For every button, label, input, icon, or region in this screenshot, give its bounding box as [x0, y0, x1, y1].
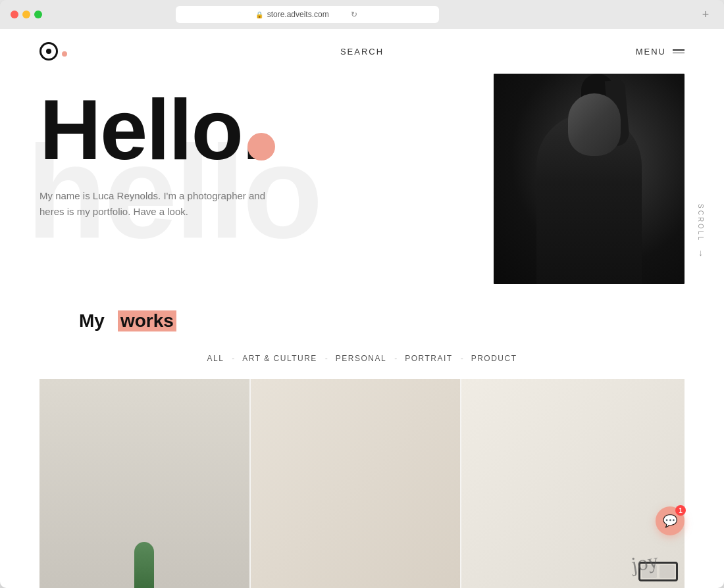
filter-sep-3: -	[392, 354, 400, 363]
new-tab-button[interactable]: +	[698, 7, 713, 22]
works-section: My works ALL - ART & CULTURE - PERSONAL …	[39, 284, 685, 379]
filter-sep-1: -	[229, 354, 237, 363]
refresh-button[interactable]: ↻	[349, 9, 359, 20]
hero-portrait-image	[494, 74, 685, 284]
address-bar[interactable]: 🔒 store.adveits.com ↻	[176, 6, 439, 23]
plant-icon	[134, 542, 154, 588]
chat-icon: 💬	[663, 514, 677, 528]
hero-description: My name is Luca Reynolds. I'm a photogra…	[39, 188, 290, 220]
hero-left: hello Hello . My name is Luca Reynolds. …	[39, 87, 494, 220]
panel-1-inner	[39, 379, 249, 588]
chat-badge: 1	[675, 505, 686, 516]
logo[interactable]	[39, 42, 67, 61]
filter-sep-2: -	[323, 354, 330, 363]
logo-circle	[39, 42, 58, 61]
filter-all[interactable]: ALL	[201, 351, 229, 366]
close-button[interactable]	[11, 11, 18, 18]
portfolio-panel-1[interactable]	[39, 379, 249, 588]
search-nav-item[interactable]: SEARCH	[340, 47, 384, 57]
works-title: My works	[79, 310, 645, 331]
maximize-button[interactable]	[34, 11, 42, 18]
filter-sep-4: -	[458, 354, 466, 363]
filter-personal[interactable]: PERSONAL	[330, 351, 392, 366]
minimize-button[interactable]	[22, 11, 30, 18]
menu-nav-item[interactable]: MENU	[636, 47, 685, 57]
url-text: store.adveits.com	[267, 10, 329, 19]
menu-line-2	[673, 53, 685, 54]
scroll-arrow-icon: ↓	[698, 247, 703, 258]
hero-section: hello Hello . My name is Luca Reynolds. …	[0, 74, 724, 588]
filter-product[interactable]: PRODUCT	[466, 351, 523, 366]
works-title-space	[109, 310, 114, 331]
portfolio-strip: joy	[39, 379, 685, 588]
filter-portrait[interactable]: PORTRAIT	[400, 351, 457, 366]
title-period: .	[242, 87, 265, 172]
portfolio-panel-3[interactable]: joy	[461, 379, 685, 588]
browser-window: 🔒 store.adveits.com ↻ + SEARCH MENU	[0, 0, 724, 588]
browser-toolbar: 🔒 store.adveits.com ↻ +	[0, 0, 724, 29]
lock-icon: 🔒	[255, 11, 263, 18]
logo-inner-dot	[46, 49, 51, 54]
portrait-figure	[494, 74, 685, 284]
hero-main: hello Hello . My name is Luca Reynolds. …	[39, 87, 685, 284]
browser-dots	[11, 11, 42, 18]
hero-title: Hello .	[39, 87, 494, 172]
menu-line-1	[673, 49, 685, 51]
hello-word: Hello	[39, 87, 242, 172]
portfolio-panel-2[interactable]	[251, 379, 461, 588]
filter-tabs: ALL - ART & CULTURE - PERSONAL - PORTRAI…	[79, 345, 645, 379]
hamburger-icon	[673, 49, 685, 53]
logo-accent-dot	[62, 51, 67, 57]
portrait-head	[568, 93, 621, 156]
works-title-part1: My	[79, 310, 105, 331]
site-nav: SEARCH MENU	[0, 29, 724, 74]
menu-label: MENU	[636, 47, 666, 57]
joy-text: joy	[629, 549, 660, 577]
site-content: SEARCH MENU hello Hello	[0, 29, 724, 588]
scroll-label: SCROLL	[697, 204, 704, 242]
floating-accent-circle	[247, 133, 275, 160]
chat-bubble[interactable]: 💬 1	[656, 506, 685, 535]
scroll-indicator: SCROLL ↓	[697, 204, 704, 258]
works-title-highlight: works	[118, 310, 176, 331]
glasses-lens-right	[659, 565, 675, 578]
filter-art-culture[interactable]: ART & CULTURE	[237, 351, 323, 366]
